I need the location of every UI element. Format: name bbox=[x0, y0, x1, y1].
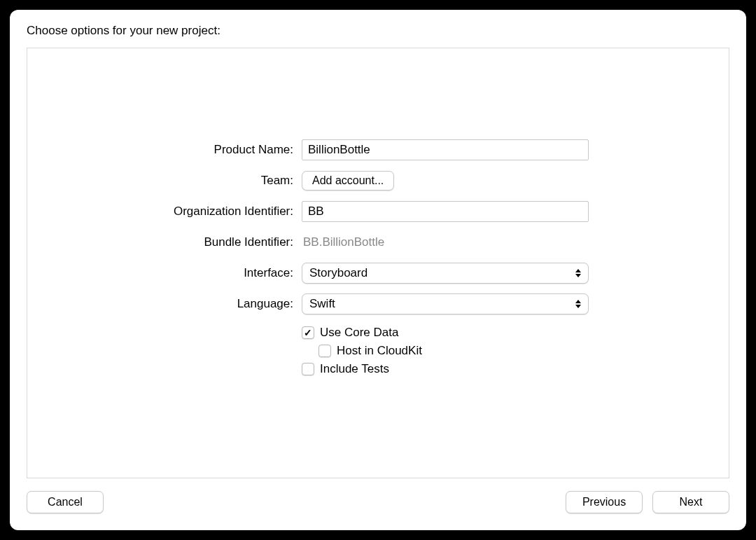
updown-stepper-icon bbox=[575, 268, 582, 279]
label-interface: Interface: bbox=[27, 266, 302, 280]
label-language: Language: bbox=[27, 297, 302, 311]
new-project-options-dialog: Choose options for your new project: Pro… bbox=[10, 10, 746, 530]
row-org-identifier: Organization Identifier: bbox=[27, 200, 729, 223]
dialog-footer: Cancel Previous Next bbox=[27, 478, 729, 513]
interface-selected: Storyboard bbox=[309, 266, 368, 280]
cancel-button[interactable]: Cancel bbox=[27, 491, 104, 513]
row-team: Team: Add account... bbox=[27, 169, 729, 193]
dialog-heading: Choose options for your new project: bbox=[27, 24, 729, 38]
interface-popup-button[interactable]: Storyboard bbox=[302, 263, 589, 284]
form-panel: Product Name: Team: Add account... Organ… bbox=[27, 48, 729, 478]
language-selected: Swift bbox=[309, 297, 335, 311]
project-options-form: Product Name: Team: Add account... Organ… bbox=[27, 138, 729, 382]
row-bundle-identifier: Bundle Identifier: BB.BillionBottle bbox=[27, 230, 729, 254]
host-in-cloudkit-row: Host in CloudKit bbox=[318, 344, 422, 358]
host-in-cloudkit-checkbox[interactable] bbox=[318, 345, 331, 357]
row-interface: Interface: Storyboard bbox=[27, 261, 729, 285]
updown-stepper-icon bbox=[575, 298, 582, 310]
label-product-name: Product Name: bbox=[27, 143, 302, 157]
language-popup-button[interactable]: Swift bbox=[302, 293, 589, 314]
row-checkboxes: Use Core Data Host in CloudKit Include T… bbox=[27, 326, 729, 380]
use-core-data-checkbox[interactable] bbox=[302, 326, 314, 339]
previous-button[interactable]: Previous bbox=[566, 491, 643, 513]
use-core-data-label: Use Core Data bbox=[320, 326, 398, 340]
label-bundle-identifier: Bundle Identifier: bbox=[27, 235, 302, 249]
include-tests-label: Include Tests bbox=[320, 362, 389, 376]
add-account-button[interactable]: Add account... bbox=[302, 171, 394, 191]
use-core-data-row: Use Core Data bbox=[302, 326, 398, 340]
label-team: Team: bbox=[27, 174, 302, 188]
row-language: Language: Swift bbox=[27, 292, 729, 316]
row-product-name: Product Name: bbox=[27, 138, 729, 162]
product-name-input[interactable] bbox=[302, 139, 589, 160]
bundle-identifier-value: BB.BillionBottle bbox=[302, 235, 384, 249]
label-org-identifier: Organization Identifier: bbox=[27, 205, 302, 219]
include-tests-row: Include Tests bbox=[302, 362, 389, 376]
organization-identifier-input[interactable] bbox=[302, 201, 589, 222]
host-in-cloudkit-label: Host in CloudKit bbox=[337, 344, 422, 358]
include-tests-checkbox[interactable] bbox=[302, 363, 314, 375]
next-button[interactable]: Next bbox=[652, 491, 729, 513]
